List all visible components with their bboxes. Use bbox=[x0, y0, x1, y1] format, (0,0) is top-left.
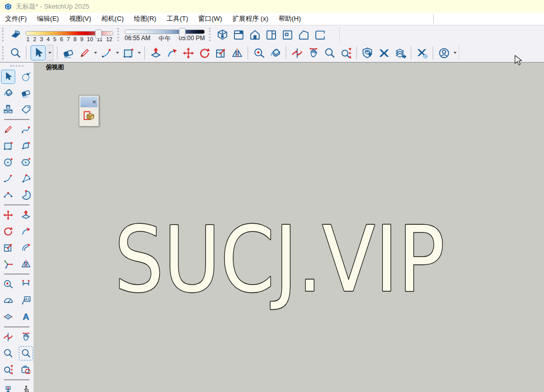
eraser-button[interactable] bbox=[61, 45, 76, 61]
menu-tools[interactable]: 工具(T) bbox=[161, 13, 193, 25]
view-top-button[interactable] bbox=[231, 27, 246, 42]
menu-file[interactable]: 文件(F) bbox=[0, 13, 32, 25]
sidebar-freehand-button[interactable] bbox=[19, 123, 33, 137]
sidebar-zoom-button[interactable] bbox=[1, 346, 15, 360]
sidebar-dimension-button[interactable] bbox=[19, 277, 33, 291]
toolbar-grip[interactable] bbox=[117, 28, 119, 41]
rectangle-button[interactable] bbox=[120, 45, 136, 61]
plugin-x-button[interactable] bbox=[376, 45, 391, 61]
zoom-tool-button[interactable] bbox=[322, 45, 337, 61]
sidebar-flip-button[interactable] bbox=[19, 257, 33, 271]
toolbar-grip[interactable] bbox=[2, 46, 4, 59]
viewport[interactable]: 俯视图 SUCJ.VIP ... × bbox=[34, 63, 544, 392]
toolbar-grip[interactable] bbox=[209, 28, 210, 41]
menu-help[interactable]: 帮助(H) bbox=[274, 13, 306, 25]
sidebar-position-camera-button[interactable] bbox=[1, 383, 15, 392]
shadow-dialog-button[interactable] bbox=[8, 27, 23, 42]
sidebar-zoom-window-button[interactable] bbox=[19, 346, 33, 360]
palette-plugin-button[interactable] bbox=[82, 109, 96, 122]
sidebar-circle-button[interactable] bbox=[1, 155, 15, 169]
palette-titlebar[interactable]: ... × bbox=[80, 97, 98, 107]
select-button[interactable] bbox=[31, 45, 46, 61]
menu-draw[interactable]: 绘图(R) bbox=[129, 13, 161, 25]
sidebar-polygon-button[interactable] bbox=[19, 155, 33, 169]
sidebar-3d-text-button[interactable] bbox=[19, 310, 33, 324]
plugin-layers-export-button[interactable] bbox=[392, 45, 408, 61]
toolbar-grip[interactable] bbox=[2, 28, 4, 41]
followme-icon bbox=[166, 47, 178, 59]
sidebar-walk-button[interactable] bbox=[19, 383, 33, 392]
sidebar-filled-pie-button[interactable] bbox=[19, 188, 33, 202]
extension-manager-button[interactable] bbox=[414, 45, 430, 61]
sidebar-pushpull-button[interactable] bbox=[19, 208, 33, 222]
extension-warehouse-button[interactable] bbox=[360, 45, 375, 61]
flip-button[interactable] bbox=[229, 45, 245, 61]
zoom-extents-button[interactable] bbox=[338, 45, 353, 61]
sidebar-previous-view-button[interactable] bbox=[19, 363, 33, 377]
scale-button[interactable] bbox=[213, 45, 228, 61]
zoom-button[interactable] bbox=[8, 45, 23, 61]
sidebar-axes-button[interactable] bbox=[1, 257, 15, 271]
toolbar-separator bbox=[286, 46, 286, 59]
sidebar-scale-button[interactable] bbox=[1, 240, 15, 255]
sidebar-zoom-extents-button[interactable] bbox=[1, 363, 15, 377]
pushpull-button[interactable] bbox=[148, 45, 163, 61]
sidebar-make-component-button[interactable] bbox=[1, 102, 15, 116]
arc-button[interactable] bbox=[99, 45, 114, 61]
view-left-button[interactable] bbox=[296, 27, 311, 42]
line-button[interactable] bbox=[77, 45, 92, 61]
account-dropdown[interactable] bbox=[452, 45, 458, 61]
sidebar-eraser-button[interactable] bbox=[19, 86, 33, 100]
sidebar-tag-button[interactable] bbox=[19, 102, 33, 116]
tape-measure-button[interactable] bbox=[251, 45, 266, 61]
view-iso-button[interactable] bbox=[215, 27, 230, 42]
view-bottom-button[interactable] bbox=[312, 27, 327, 42]
sidebar-lasso-button[interactable] bbox=[19, 70, 33, 84]
shadow-month-slider[interactable]: 123456789101112 bbox=[25, 27, 113, 42]
followme-icon bbox=[20, 226, 32, 237]
menu-camera[interactable]: 相机(C) bbox=[96, 13, 129, 25]
shadow-time-slider[interactable]: 06:55 AM 中午 05:00 PM bbox=[125, 26, 205, 43]
sidebar-text-button[interactable] bbox=[19, 293, 33, 308]
sidebar-3pt-arc-button[interactable] bbox=[1, 188, 15, 202]
sidebar-select-button[interactable] bbox=[1, 70, 15, 84]
month-slider-handle[interactable] bbox=[95, 29, 102, 39]
sidebar-paint-bucket-button[interactable] bbox=[1, 86, 15, 100]
sidebar-section-plane-button[interactable] bbox=[1, 310, 15, 324]
view-back-button[interactable] bbox=[280, 27, 295, 42]
menu-view[interactable]: 视图(V) bbox=[64, 13, 96, 25]
menu-edit[interactable]: 编辑(E) bbox=[32, 13, 64, 25]
account-button[interactable] bbox=[436, 45, 451, 61]
shadow-box-icon bbox=[9, 28, 22, 41]
sidebar-orbit-button[interactable] bbox=[1, 330, 15, 344]
sidebar-rotated-rectangle-button[interactable] bbox=[19, 139, 33, 153]
rectangle-dropdown[interactable] bbox=[136, 45, 142, 61]
paint-bucket-button[interactable] bbox=[267, 45, 283, 61]
sidebar-protractor-button[interactable] bbox=[1, 293, 15, 308]
sidebar-tape-measure-button[interactable] bbox=[1, 277, 15, 291]
sidebar-pie-button[interactable] bbox=[19, 171, 33, 186]
select-dropdown[interactable] bbox=[46, 45, 53, 61]
sidebar-offset-button[interactable] bbox=[19, 240, 33, 255]
toolbar-grip[interactable] bbox=[10, 65, 23, 67]
sidebar-rectangle-button[interactable] bbox=[1, 139, 15, 153]
time-slider-handle[interactable] bbox=[179, 28, 186, 37]
view-front-button[interactable] bbox=[247, 27, 262, 42]
followme-button[interactable] bbox=[164, 45, 179, 61]
sidebar-arc-button[interactable] bbox=[1, 171, 15, 186]
sidebar-line-button[interactable] bbox=[1, 123, 15, 137]
sidebar-move-button[interactable] bbox=[1, 208, 15, 222]
pan-button[interactable] bbox=[306, 45, 321, 61]
sidebar-rotate-button[interactable] bbox=[1, 224, 15, 238]
menu-window[interactable]: 窗口(W) bbox=[193, 13, 227, 25]
sidebar-followme-button[interactable] bbox=[19, 224, 33, 238]
sidebar-pan-button[interactable] bbox=[19, 330, 33, 344]
view-right-button[interactable] bbox=[263, 27, 279, 42]
close-icon[interactable]: × bbox=[92, 99, 96, 105]
line-dropdown[interactable] bbox=[93, 45, 98, 61]
move-button[interactable] bbox=[180, 45, 196, 61]
arc-dropdown[interactable] bbox=[114, 45, 120, 61]
rotate-button[interactable] bbox=[197, 45, 212, 61]
orbit-button[interactable] bbox=[289, 45, 305, 61]
menu-extensions[interactable]: 扩展程序 (x) bbox=[227, 13, 274, 25]
